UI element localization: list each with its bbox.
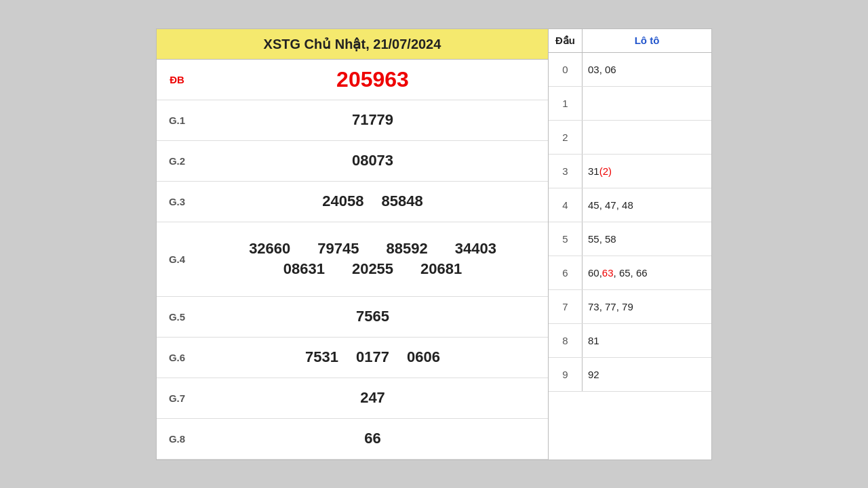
loto-dau-8: 8 <box>549 324 583 357</box>
prize-values-g4: 32660 79745 88592 34403 08631 20255 2068… <box>197 235 548 283</box>
prize-number-g4-4: 34403 <box>448 240 503 258</box>
prize-label-g5: G.5 <box>157 306 197 328</box>
prize-number-db: 205963 <box>330 67 416 92</box>
prize-row-g4: G.4 32660 79745 88592 34403 08631 20255 … <box>157 222 548 297</box>
prize-label-g7: G.7 <box>157 387 197 409</box>
loto-row-1: 1 <box>549 87 711 121</box>
loto-values-1 <box>583 100 711 106</box>
prize-number-g4-2: 79745 <box>311 240 366 258</box>
loto-values-2 <box>583 134 711 140</box>
loto-dau-4: 4 <box>549 188 583 222</box>
prize-values-g5: 7565 <box>197 302 548 331</box>
loto-values-7: 73, 77, 79 <box>583 298 711 315</box>
prize-number-g4-6: 20255 <box>345 260 400 278</box>
loto-values-0: 03, 06 <box>583 61 711 78</box>
prize-table-header: XSTG Chủ Nhật, 21/07/2024 <box>157 29 548 60</box>
prize-label-g6: G.6 <box>157 346 197 369</box>
prize-label-g2: G.2 <box>157 150 197 172</box>
prize-values-g8: 66 <box>197 424 548 453</box>
loto-values-4: 45, 47, 48 <box>583 197 711 214</box>
prize-number-g4-7: 20681 <box>414 260 469 278</box>
prize-row-g2: G.2 08073 <box>157 141 548 182</box>
loto-header-loto: Lô tô <box>583 29 711 52</box>
prize-label-g8: G.8 <box>157 428 197 450</box>
loto-row-2: 2 <box>549 121 711 155</box>
loto-values-9: 92 <box>583 366 711 383</box>
loto-row-5: 5 55, 58 <box>549 222 711 256</box>
loto-header-row: Đầu Lô tô <box>549 29 711 53</box>
loto-header-dau: Đầu <box>549 29 583 52</box>
prize-number-g1: 71779 <box>345 111 400 129</box>
loto-highlight-63: 63 <box>602 267 614 279</box>
loto-values-6: 60, 63, 65, 66 <box>583 264 711 281</box>
prize-number-g4-3: 88592 <box>380 240 435 258</box>
prize-row-g5: G.5 7565 <box>157 297 548 338</box>
loto-dau-9: 9 <box>549 358 583 391</box>
loto-row-0: 0 03, 06 <box>549 53 711 87</box>
loto-dau-5: 5 <box>549 222 583 256</box>
loto-table: Đầu Lô tô 0 03, 06 1 2 3 31(2) 4 45, 47,… <box>549 29 711 460</box>
prize-row-g7: G.7 247 <box>157 378 548 419</box>
prize-row-g8: G.8 66 <box>157 419 548 460</box>
loto-dau-3: 3 <box>549 155 583 188</box>
prize-number-g3-2: 85848 <box>375 192 430 210</box>
prize-values-g1: 71779 <box>197 106 548 134</box>
prize-label-g4: G.4 <box>157 248 197 270</box>
prize-number-g4-1: 32660 <box>242 240 297 258</box>
prize-label-db: ĐB <box>157 68 197 91</box>
loto-row-8: 8 81 <box>549 324 711 358</box>
prize-label-g3: G.3 <box>157 190 197 213</box>
loto-dau-0: 0 <box>549 53 583 86</box>
prize-number-g7: 247 <box>353 389 392 407</box>
prize-table: XSTG Chủ Nhật, 21/07/2024 ĐB 205963 G.1 … <box>157 29 549 460</box>
prize-values-g3: 24058 85848 <box>197 187 548 216</box>
main-container: XSTG Chủ Nhật, 21/07/2024 ĐB 205963 G.1 … <box>156 28 712 460</box>
prize-number-g2: 08073 <box>345 152 400 169</box>
loto-row-4: 4 45, 47, 48 <box>549 188 711 222</box>
prize-number-g6-2: 0177 <box>349 348 396 366</box>
prize-number-g6-1: 7531 <box>298 348 345 366</box>
prize-values-g6: 7531 0177 0606 <box>197 343 548 371</box>
prize-number-g4-5: 08631 <box>277 260 332 278</box>
loto-dup-indicator: (2) <box>599 165 612 177</box>
prize-row-db: ĐB 205963 <box>157 60 548 100</box>
loto-dau-7: 7 <box>549 290 583 323</box>
loto-row-9: 9 92 <box>549 358 711 392</box>
loto-dau-2: 2 <box>549 121 583 154</box>
loto-dau-1: 1 <box>549 87 583 120</box>
loto-row-7: 7 73, 77, 79 <box>549 290 711 324</box>
prize-values-db: 205963 <box>197 62 548 98</box>
prize-row-g1: G.1 71779 <box>157 100 548 141</box>
prize-row-g6: G.6 7531 0177 0606 <box>157 338 548 378</box>
prize-number-g5: 7565 <box>349 308 396 325</box>
prize-row-g3: G.3 24058 85848 <box>157 182 548 222</box>
loto-values-8: 81 <box>583 332 711 349</box>
loto-dau-6: 6 <box>549 256 583 289</box>
loto-row-3: 3 31(2) <box>549 155 711 188</box>
prize-number-g6-3: 0606 <box>400 348 447 366</box>
loto-row-6: 6 60, 63, 65, 66 <box>549 256 711 290</box>
loto-values-3: 31(2) <box>583 163 711 180</box>
prize-number-g3-1: 24058 <box>315 192 370 210</box>
prize-values-g2: 08073 <box>197 146 548 175</box>
prize-label-g1: G.1 <box>157 109 197 131</box>
prize-values-g7: 247 <box>197 384 548 412</box>
loto-values-5: 55, 58 <box>583 230 711 247</box>
prize-number-g8: 66 <box>357 430 387 447</box>
